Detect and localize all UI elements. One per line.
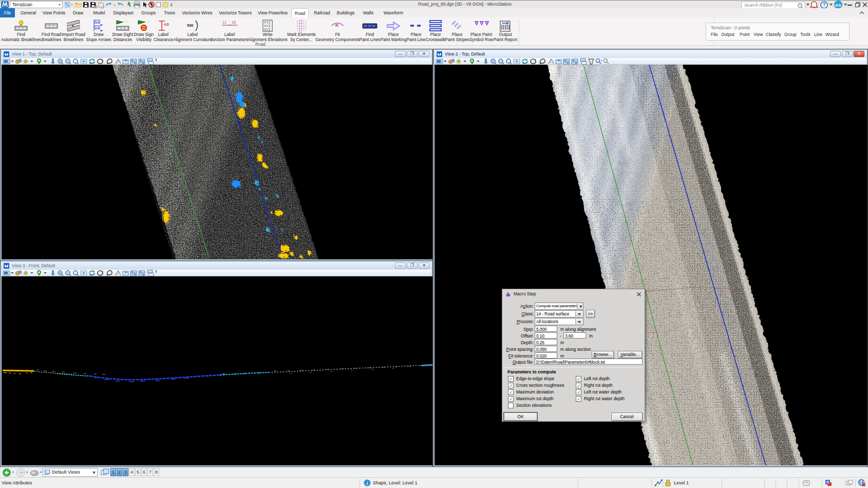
svg-text:?: ? [822, 2, 825, 8]
svg-text:XYZ: XYZ [264, 28, 271, 31]
svg-text:18: 18 [232, 21, 236, 24]
svg-text:KS: KS [835, 3, 841, 8]
svg-text:XYZ: XYZ [264, 21, 271, 24]
svg-text:R: R [335, 23, 338, 28]
svg-text:2.6: 2.6 [95, 26, 100, 29]
svg-text:580: 580 [187, 23, 194, 28]
svg-text:XYZ: XYZ [264, 24, 271, 28]
svg-text:3.0: 3.0 [95, 21, 100, 24]
svg-text:12: 12 [222, 21, 227, 24]
